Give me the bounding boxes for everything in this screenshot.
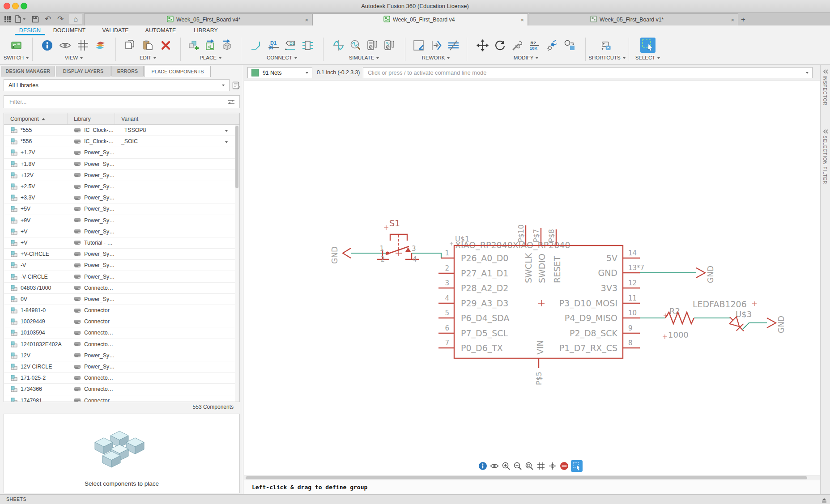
- header-variant[interactable]: Variant: [115, 113, 239, 124]
- connect-dropdown[interactable]: CONNECT: [241, 55, 323, 60]
- net-wire-icon[interactable]: [251, 39, 263, 51]
- collapse-selection-filter-icon[interactable]: [823, 127, 828, 136]
- copy-icon[interactable]: [124, 39, 136, 51]
- zoom-fit-icon[interactable]: [524, 461, 534, 471]
- component-row[interactable]: -V-CIRCLE Power_Sy…: [4, 271, 239, 282]
- grid-icon[interactable]: [77, 39, 89, 51]
- panel-tab-errors[interactable]: ERRORS: [111, 66, 144, 76]
- component-row[interactable]: 10103594 Connecto…: [4, 327, 239, 339]
- tab-close-icon[interactable]: ×: [305, 17, 308, 23]
- place-part-icon[interactable]: [221, 39, 233, 51]
- command-history-icon[interactable]: [806, 72, 809, 75]
- component-row[interactable]: 0V Power_Sy…: [4, 294, 239, 305]
- tab-close-icon[interactable]: ×: [731, 17, 734, 23]
- schematic-canvas[interactable]: 91 Nets 0.1 inch (-0.2 3.3) Left-click &…: [244, 65, 820, 494]
- menu-library[interactable]: LIBRARY: [194, 27, 218, 34]
- rotate-icon[interactable]: [494, 39, 506, 51]
- panel-tab-design-manager[interactable]: DESIGN MANAGER: [1, 66, 55, 76]
- home-button[interactable]: ⌂: [69, 14, 82, 24]
- filter-input[interactable]: [9, 98, 228, 106]
- follow-me-icon[interactable]: [430, 39, 442, 51]
- remove-view-icon[interactable]: [559, 461, 569, 471]
- tab-week05-board-v1-unsaved[interactable]: Week_05_First_Board v1* ×: [529, 13, 738, 25]
- canvas-visibility-icon[interactable]: [489, 461, 499, 471]
- component-row[interactable]: 1734366 Connecto…: [4, 384, 239, 395]
- window-select-icon[interactable]: [571, 460, 583, 472]
- component-row[interactable]: +3.3V Power_Sy…: [4, 192, 239, 203]
- header-library[interactable]: Library: [68, 113, 115, 124]
- paste-icon[interactable]: [142, 39, 154, 51]
- oscilloscope-icon[interactable]: [383, 39, 396, 51]
- component-row[interactable]: +5V Power_Sy…: [4, 203, 239, 215]
- component-row[interactable]: 171-025-2 Connecto…: [4, 373, 239, 384]
- net-label-icon[interactable]: D1: [268, 39, 280, 51]
- menu-design[interactable]: DESIGN: [19, 27, 41, 34]
- component-row[interactable]: 12401832E402A Connecto…: [4, 339, 239, 350]
- net-name-icon[interactable]: D1: [285, 39, 297, 51]
- place-dropdown[interactable]: PLACE: [180, 55, 241, 60]
- sheets-label[interactable]: SHEETS: [6, 496, 26, 502]
- variant-dropdown-icon[interactable]: [225, 141, 228, 144]
- rework-dropdown[interactable]: REWORK: [405, 55, 467, 60]
- place-device-icon[interactable]: [204, 39, 217, 51]
- header-component[interactable]: Component: [4, 113, 68, 124]
- canvas-info-icon[interactable]: [478, 461, 488, 471]
- simulate-dropdown[interactable]: SIMULATE: [323, 55, 405, 60]
- component-row[interactable]: +1.8V Power_Sy…: [4, 159, 239, 170]
- tab-week05-board-v4-unsaved[interactable]: Week_05_First_Board v4* ×: [84, 13, 312, 25]
- component-row[interactable]: +2.5V Power_Sy…: [4, 181, 239, 192]
- zoom-in-icon[interactable]: [501, 461, 511, 471]
- edit-dropdown[interactable]: EDIT: [115, 55, 180, 60]
- component-row[interactable]: +V-CIRCLE Power_Sy…: [4, 249, 239, 260]
- sine-wave-icon[interactable]: [332, 39, 345, 51]
- table-scrollbar[interactable]: [235, 125, 239, 402]
- library-manager-icon[interactable]: [232, 81, 241, 91]
- component-row[interactable]: 12V Power_Sy…: [4, 350, 239, 361]
- expand-panel-icon[interactable]: [821, 497, 827, 504]
- component-row[interactable]: 0480371000 Connecto…: [4, 283, 239, 294]
- add-component-icon[interactable]: [188, 39, 200, 51]
- shortcuts-dropdown[interactable]: SHORTCUTS: [585, 55, 629, 60]
- command-line-input[interactable]: [367, 69, 806, 76]
- app-grid-icon[interactable]: [3, 14, 13, 24]
- selection-filter-label[interactable]: SELECTION FILTER: [822, 136, 827, 184]
- variant-dropdown-icon[interactable]: [225, 130, 228, 133]
- switch-dropdown[interactable]: SWITCH: [0, 55, 32, 60]
- horizontal-scrollbar[interactable]: [244, 475, 820, 480]
- collapse-inspector-icon[interactable]: [823, 68, 828, 76]
- component-row[interactable]: +12V Power_Sy…: [4, 170, 239, 181]
- ripup-icon[interactable]: [447, 39, 460, 51]
- component-row[interactable]: 10029449 Connector: [4, 316, 239, 327]
- select-dropdown[interactable]: SELECT: [629, 55, 667, 60]
- shape-morph-icon[interactable]: [564, 39, 576, 51]
- panel-tab-display-layers[interactable]: DISPLAY LAYERS: [56, 66, 111, 76]
- filter-options-icon[interactable]: [228, 99, 235, 105]
- component-row[interactable]: 12V-CIRCLE Power_Sy…: [4, 361, 239, 373]
- shortcuts-icon[interactable]: [601, 39, 613, 51]
- info-icon[interactable]: [41, 39, 53, 51]
- new-tab-button[interactable]: +: [741, 15, 745, 24]
- value-icon[interactable]: R210K: [529, 39, 541, 51]
- library-filter-select[interactable]: All Libraries: [4, 79, 230, 91]
- change-wrench-icon[interactable]: [511, 39, 524, 51]
- multimeter-icon[interactable]: [366, 39, 379, 51]
- select-tool-icon[interactable]: [640, 38, 655, 53]
- component-row[interactable]: +V Power_Sy…: [4, 226, 239, 237]
- file-menu-button[interactable]: [14, 14, 26, 24]
- move-icon[interactable]: [477, 39, 489, 51]
- origin-cross-icon[interactable]: [548, 461, 558, 471]
- simulation-probe-icon[interactable]: [349, 39, 362, 51]
- component-row[interactable]: *556 IC_Clock-… _SOIC: [4, 136, 239, 147]
- save-icon[interactable]: [30, 14, 40, 24]
- reroute-icon[interactable]: [413, 39, 425, 51]
- undo-icon[interactable]: ↶: [43, 14, 53, 24]
- swap-plug-icon[interactable]: [546, 39, 558, 51]
- component-row[interactable]: 1747981 Connector: [4, 395, 239, 402]
- nets-dropdown[interactable]: 91 Nets: [247, 67, 312, 78]
- inspector-label[interactable]: INSPECTOR: [822, 76, 827, 106]
- panel-tab-place-components[interactable]: PLACE COMPONENTS: [145, 66, 211, 77]
- canvas-surface[interactable]: [244, 80, 820, 475]
- component-row[interactable]: +V Tutorial - …: [4, 237, 239, 249]
- modify-dropdown[interactable]: MODIFY: [467, 55, 585, 60]
- delete-icon[interactable]: [160, 39, 172, 51]
